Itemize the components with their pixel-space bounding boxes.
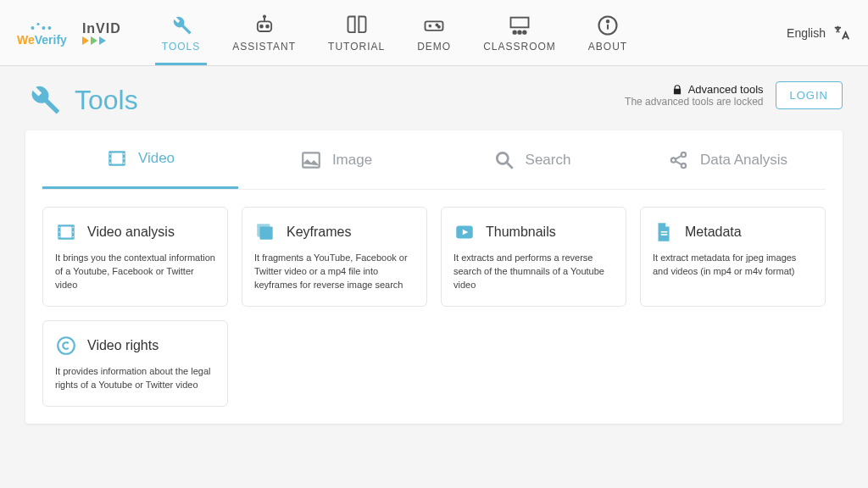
tab-image[interactable]: Image — [238, 130, 434, 189]
top-bar: •••• WeVerify InVID TOOLS ASSISTANT TUTO… — [0, 0, 868, 66]
svg-point-35 — [58, 227, 60, 229]
tool-video-rights[interactable]: Video rights It provides information abo… — [42, 320, 228, 407]
svg-point-12 — [518, 30, 521, 34]
svg-point-1 — [260, 25, 263, 27]
locked-info: Advanced tools The advanced tools are lo… — [625, 83, 763, 108]
svg-line-27 — [507, 163, 513, 169]
svg-point-26 — [497, 152, 508, 164]
copyright-icon — [55, 335, 77, 357]
search-icon — [493, 149, 515, 171]
nav-about[interactable]: ABOUT — [581, 0, 634, 65]
svg-point-2 — [266, 25, 269, 27]
locked-title-text: Advanced tools — [688, 83, 764, 96]
document-icon — [653, 221, 675, 243]
nav-item-label: TUTORIAL — [328, 41, 385, 53]
tool-description: It extracts and performs a reverse searc… — [453, 252, 614, 292]
info-icon — [596, 14, 620, 37]
tool-keyframes[interactable]: Keyframes It fragments a YouTube, Facebo… — [242, 207, 427, 307]
main-content: Tools Advanced tools The advanced tools … — [0, 66, 868, 439]
svg-point-4 — [263, 15, 264, 17]
wrench-icon — [25, 81, 63, 119]
svg-point-9 — [438, 25, 440, 27]
film-icon — [106, 147, 128, 169]
tool-thumbnails[interactable]: Thumbnails It extracts and performs a re… — [441, 207, 626, 307]
share-icon — [668, 149, 690, 171]
translate-icon — [832, 24, 851, 42]
robot-icon — [253, 14, 276, 37]
nav-item-label: TOOLS — [162, 41, 200, 53]
language-label: English — [787, 26, 826, 40]
svg-point-36 — [58, 231, 60, 233]
wrench-icon — [170, 14, 193, 37]
tool-title: Thumbnails — [486, 225, 556, 240]
nav-classroom[interactable]: CLASSROOM — [476, 0, 563, 65]
nav-item-label: DEMO — [417, 41, 451, 53]
tool-video-analysis[interactable]: Video analysis It brings you the context… — [42, 207, 228, 307]
tool-title: Video analysis — [87, 225, 175, 240]
svg-point-13 — [523, 30, 526, 34]
svg-point-20 — [109, 158, 111, 159]
svg-rect-44 — [661, 231, 668, 233]
nav-item-label: CLASSROOM — [483, 41, 556, 53]
lock-icon — [671, 84, 683, 96]
svg-rect-34 — [61, 227, 72, 238]
tool-title: Keyframes — [287, 225, 351, 240]
tab-data-analysis[interactable]: Data Analysis — [630, 130, 826, 189]
nav-tools[interactable]: TOOLS — [155, 0, 207, 65]
svg-rect-10 — [511, 17, 529, 27]
invid-logo: InVID — [82, 21, 121, 45]
image-icon — [300, 149, 322, 171]
weverify-logo: •••• WeVerify — [17, 19, 67, 47]
tool-description: It brings you the contextual information… — [55, 252, 215, 292]
svg-line-31 — [676, 155, 682, 158]
tab-label: Image — [332, 152, 372, 169]
svg-point-11 — [513, 30, 516, 34]
book-icon — [345, 14, 369, 37]
page-title: Tools — [25, 81, 138, 119]
tab-label: Search — [526, 152, 571, 169]
page-header: Tools Advanced tools The advanced tools … — [25, 81, 843, 119]
brand-logos: •••• WeVerify InVID — [17, 0, 121, 65]
tool-title: Metadata — [685, 225, 742, 240]
tool-description: It fragments a YouTube, Facebook or Twit… — [254, 252, 415, 292]
svg-rect-45 — [661, 234, 668, 236]
tool-title: Video rights — [87, 338, 159, 353]
svg-point-16 — [607, 20, 609, 22]
svg-point-40 — [72, 236, 74, 238]
tools-card: Video Image Search Data Analysis Video a… — [25, 130, 843, 424]
svg-point-37 — [58, 236, 60, 238]
tool-description: It provides information about the legal … — [55, 365, 215, 392]
nav-assistant[interactable]: ASSISTANT — [225, 0, 303, 65]
tool-metadata[interactable]: Metadata It extract metadata for jpeg im… — [640, 207, 826, 307]
svg-point-38 — [72, 227, 74, 229]
nav-item-label: ASSISTANT — [232, 41, 296, 53]
keyframes-icon — [254, 221, 276, 243]
svg-rect-42 — [260, 227, 273, 240]
svg-point-22 — [123, 153, 125, 155]
tab-search[interactable]: Search — [434, 130, 630, 189]
svg-point-46 — [58, 337, 75, 354]
classroom-icon — [508, 14, 531, 37]
nav-item-label: ABOUT — [588, 41, 627, 53]
svg-rect-18 — [111, 153, 122, 164]
gamepad-icon — [422, 14, 446, 37]
nav-demo[interactable]: DEMO — [410, 0, 458, 65]
svg-point-21 — [109, 163, 111, 164]
tab-label: Data Analysis — [700, 152, 787, 169]
login-button[interactable]: LOGIN — [776, 81, 843, 109]
tab-video[interactable]: Video — [42, 130, 238, 189]
svg-point-19 — [109, 153, 111, 155]
svg-point-8 — [437, 24, 438, 25]
nav-tutorial[interactable]: TUTORIAL — [321, 0, 392, 65]
page-title-text: Tools — [75, 85, 138, 116]
locked-subtitle: The advanced tools are locked — [625, 96, 763, 108]
svg-point-23 — [123, 158, 125, 159]
main-nav: TOOLS ASSISTANT TUTORIAL DEMO CLASSROOM … — [155, 0, 787, 65]
svg-point-39 — [72, 231, 74, 233]
play-icon — [453, 221, 476, 243]
category-tabs: Video Image Search Data Analysis — [42, 130, 826, 190]
language-selector[interactable]: English — [787, 0, 851, 65]
film-icon — [55, 221, 77, 243]
header-right: Advanced tools The advanced tools are lo… — [625, 81, 843, 109]
tools-grid: Video analysis It brings you the context… — [42, 207, 826, 407]
